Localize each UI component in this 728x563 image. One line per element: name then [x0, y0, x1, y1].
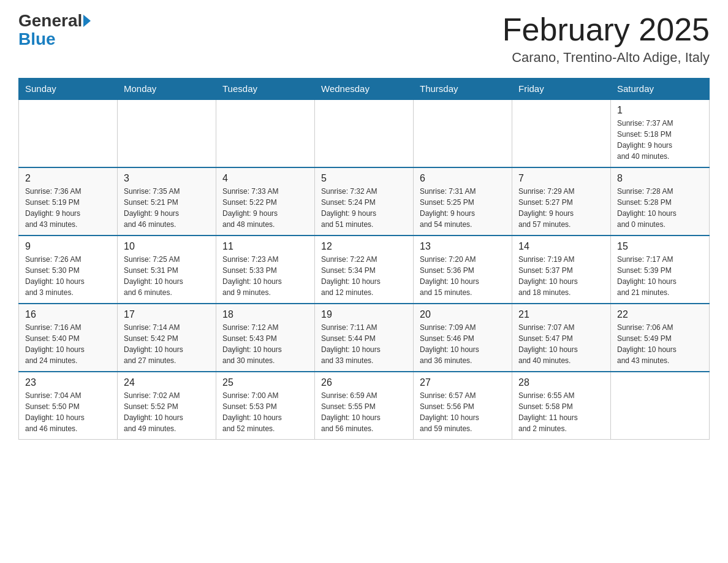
week-row-5: 23Sunrise: 7:04 AM Sunset: 5:50 PM Dayli…	[19, 372, 710, 440]
day-number: 21	[518, 309, 604, 320]
column-header-saturday: Saturday	[611, 79, 710, 100]
day-info: Sunrise: 7:22 AM Sunset: 5:34 PM Dayligh…	[321, 254, 407, 298]
day-number: 3	[124, 173, 210, 184]
day-info: Sunrise: 6:55 AM Sunset: 5:58 PM Dayligh…	[518, 390, 604, 434]
day-number: 4	[222, 173, 308, 184]
calendar-cell: 8Sunrise: 7:28 AM Sunset: 5:28 PM Daylig…	[611, 167, 710, 236]
calendar-cell	[414, 99, 512, 167]
column-header-wednesday: Wednesday	[315, 79, 414, 100]
logo-arrow-icon	[83, 15, 91, 27]
logo: General Blue	[18, 12, 91, 48]
day-number: 19	[321, 309, 407, 320]
calendar-cell: 24Sunrise: 7:02 AM Sunset: 5:52 PM Dayli…	[118, 372, 216, 440]
day-info: Sunrise: 7:32 AM Sunset: 5:24 PM Dayligh…	[321, 186, 407, 230]
day-info: Sunrise: 7:26 AM Sunset: 5:30 PM Dayligh…	[25, 254, 111, 298]
calendar-cell: 9Sunrise: 7:26 AM Sunset: 5:30 PM Daylig…	[19, 236, 118, 304]
day-info: Sunrise: 7:23 AM Sunset: 5:33 PM Dayligh…	[222, 254, 308, 298]
column-header-friday: Friday	[512, 79, 611, 100]
calendar-cell: 7Sunrise: 7:29 AM Sunset: 5:27 PM Daylig…	[512, 167, 611, 236]
column-header-thursday: Thursday	[414, 79, 512, 100]
logo-general-text: General	[18, 11, 82, 30]
calendar-cell: 19Sunrise: 7:11 AM Sunset: 5:44 PM Dayli…	[315, 304, 414, 372]
day-number: 25	[222, 377, 308, 388]
day-number: 27	[420, 377, 506, 388]
day-number: 9	[25, 241, 111, 252]
day-number: 7	[518, 173, 604, 184]
title-block: February 2025 Carano, Trentino-Alto Adig…	[502, 12, 710, 66]
calendar-cell	[19, 99, 118, 167]
day-number: 28	[518, 377, 604, 388]
week-row-1: 1Sunrise: 7:37 AM Sunset: 5:18 PM Daylig…	[19, 99, 710, 167]
day-info: Sunrise: 7:31 AM Sunset: 5:25 PM Dayligh…	[420, 186, 506, 230]
logo-blue-text: Blue	[18, 31, 56, 48]
day-info: Sunrise: 7:36 AM Sunset: 5:19 PM Dayligh…	[25, 186, 111, 230]
calendar-cell: 4Sunrise: 7:33 AM Sunset: 5:22 PM Daylig…	[216, 167, 315, 236]
calendar-cell: 10Sunrise: 7:25 AM Sunset: 5:31 PM Dayli…	[118, 236, 216, 304]
day-number: 6	[420, 173, 506, 184]
calendar-cell	[216, 99, 315, 167]
column-header-sunday: Sunday	[19, 79, 118, 100]
calendar-cell: 13Sunrise: 7:20 AM Sunset: 5:36 PM Dayli…	[414, 236, 512, 304]
day-info: Sunrise: 7:00 AM Sunset: 5:53 PM Dayligh…	[222, 390, 308, 434]
day-info: Sunrise: 7:12 AM Sunset: 5:43 PM Dayligh…	[222, 322, 308, 366]
calendar-header-row: SundayMondayTuesdayWednesdayThursdayFrid…	[19, 79, 710, 100]
day-info: Sunrise: 7:29 AM Sunset: 5:27 PM Dayligh…	[518, 186, 604, 230]
day-number: 22	[617, 309, 703, 320]
day-info: Sunrise: 7:14 AM Sunset: 5:42 PM Dayligh…	[124, 322, 210, 366]
calendar-subtitle: Carano, Trentino-Alto Adige, Italy	[502, 50, 710, 66]
day-info: Sunrise: 7:09 AM Sunset: 5:46 PM Dayligh…	[420, 322, 506, 366]
day-info: Sunrise: 7:04 AM Sunset: 5:50 PM Dayligh…	[25, 390, 111, 434]
calendar-cell	[512, 99, 611, 167]
day-info: Sunrise: 7:06 AM Sunset: 5:49 PM Dayligh…	[617, 322, 703, 366]
day-number: 16	[25, 309, 111, 320]
calendar-cell: 18Sunrise: 7:12 AM Sunset: 5:43 PM Dayli…	[216, 304, 315, 372]
calendar-cell: 23Sunrise: 7:04 AM Sunset: 5:50 PM Dayli…	[19, 372, 118, 440]
day-number: 13	[420, 241, 506, 252]
day-number: 15	[617, 241, 703, 252]
day-info: Sunrise: 7:11 AM Sunset: 5:44 PM Dayligh…	[321, 322, 407, 366]
calendar-title: February 2025	[502, 12, 710, 47]
day-number: 14	[518, 241, 604, 252]
calendar-cell: 27Sunrise: 6:57 AM Sunset: 5:56 PM Dayli…	[414, 372, 512, 440]
day-number: 20	[420, 309, 506, 320]
day-number: 24	[124, 377, 210, 388]
day-number: 23	[25, 377, 111, 388]
column-header-monday: Monday	[118, 79, 216, 100]
day-number: 2	[25, 173, 111, 184]
calendar-cell: 22Sunrise: 7:06 AM Sunset: 5:49 PM Dayli…	[611, 304, 710, 372]
calendar-cell: 1Sunrise: 7:37 AM Sunset: 5:18 PM Daylig…	[611, 99, 710, 167]
column-header-tuesday: Tuesday	[216, 79, 315, 100]
week-row-4: 16Sunrise: 7:16 AM Sunset: 5:40 PM Dayli…	[19, 304, 710, 372]
calendar-cell	[118, 99, 216, 167]
day-info: Sunrise: 7:33 AM Sunset: 5:22 PM Dayligh…	[222, 186, 308, 230]
calendar-cell: 21Sunrise: 7:07 AM Sunset: 5:47 PM Dayli…	[512, 304, 611, 372]
day-number: 17	[124, 309, 210, 320]
day-number: 18	[222, 309, 308, 320]
day-info: Sunrise: 7:35 AM Sunset: 5:21 PM Dayligh…	[124, 186, 210, 230]
calendar-cell: 25Sunrise: 7:00 AM Sunset: 5:53 PM Dayli…	[216, 372, 315, 440]
week-row-2: 2Sunrise: 7:36 AM Sunset: 5:19 PM Daylig…	[19, 167, 710, 236]
day-info: Sunrise: 7:16 AM Sunset: 5:40 PM Dayligh…	[25, 322, 111, 366]
day-number: 26	[321, 377, 407, 388]
day-info: Sunrise: 6:57 AM Sunset: 5:56 PM Dayligh…	[420, 390, 506, 434]
page-header: General Blue February 2025 Carano, Trent…	[18, 12, 710, 66]
calendar-table: SundayMondayTuesdayWednesdayThursdayFrid…	[18, 78, 710, 440]
calendar-cell: 2Sunrise: 7:36 AM Sunset: 5:19 PM Daylig…	[19, 167, 118, 236]
calendar-cell: 5Sunrise: 7:32 AM Sunset: 5:24 PM Daylig…	[315, 167, 414, 236]
calendar-cell: 14Sunrise: 7:19 AM Sunset: 5:37 PM Dayli…	[512, 236, 611, 304]
calendar-cell: 12Sunrise: 7:22 AM Sunset: 5:34 PM Dayli…	[315, 236, 414, 304]
day-info: Sunrise: 7:02 AM Sunset: 5:52 PM Dayligh…	[124, 390, 210, 434]
calendar-cell: 11Sunrise: 7:23 AM Sunset: 5:33 PM Dayli…	[216, 236, 315, 304]
calendar-cell: 15Sunrise: 7:17 AM Sunset: 5:39 PM Dayli…	[611, 236, 710, 304]
calendar-cell: 3Sunrise: 7:35 AM Sunset: 5:21 PM Daylig…	[118, 167, 216, 236]
week-row-3: 9Sunrise: 7:26 AM Sunset: 5:30 PM Daylig…	[19, 236, 710, 304]
day-info: Sunrise: 7:37 AM Sunset: 5:18 PM Dayligh…	[617, 118, 703, 162]
calendar-cell: 20Sunrise: 7:09 AM Sunset: 5:46 PM Dayli…	[414, 304, 512, 372]
calendar-cell: 6Sunrise: 7:31 AM Sunset: 5:25 PM Daylig…	[414, 167, 512, 236]
calendar-cell: 28Sunrise: 6:55 AM Sunset: 5:58 PM Dayli…	[512, 372, 611, 440]
day-info: Sunrise: 7:19 AM Sunset: 5:37 PM Dayligh…	[518, 254, 604, 298]
day-number: 5	[321, 173, 407, 184]
day-info: Sunrise: 7:07 AM Sunset: 5:47 PM Dayligh…	[518, 322, 604, 366]
calendar-cell: 16Sunrise: 7:16 AM Sunset: 5:40 PM Dayli…	[19, 304, 118, 372]
day-number: 10	[124, 241, 210, 252]
